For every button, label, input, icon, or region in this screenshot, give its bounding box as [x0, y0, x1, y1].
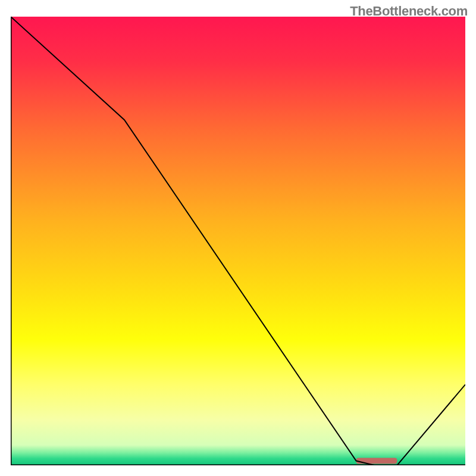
- gradient-background: [11, 17, 465, 465]
- chart-container: TheBottleneck.com: [0, 0, 476, 476]
- chart-svg: [11, 17, 465, 465]
- plot-area: [11, 17, 465, 465]
- watermark-label: TheBottleneck.com: [350, 4, 468, 19]
